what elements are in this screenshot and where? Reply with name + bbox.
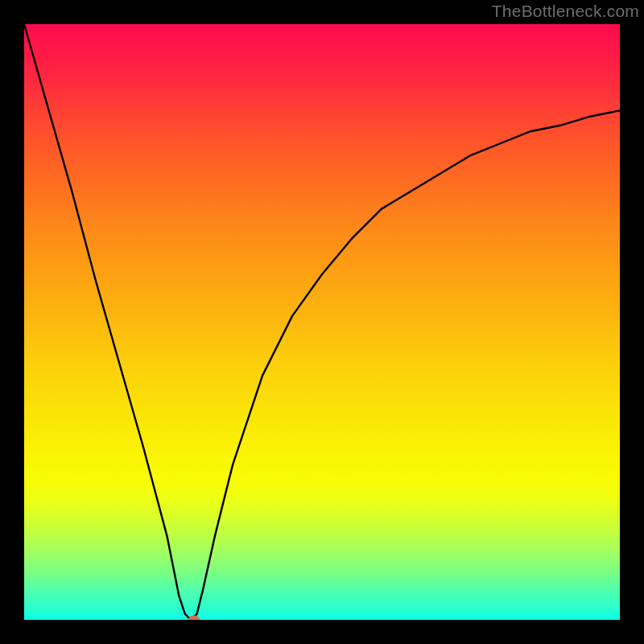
bottleneck-curve <box>24 24 620 620</box>
chart-frame: TheBottleneck.com <box>0 0 644 644</box>
attribution-text: TheBottleneck.com <box>492 2 639 21</box>
plot-area <box>24 24 620 620</box>
optimum-marker <box>188 616 200 621</box>
